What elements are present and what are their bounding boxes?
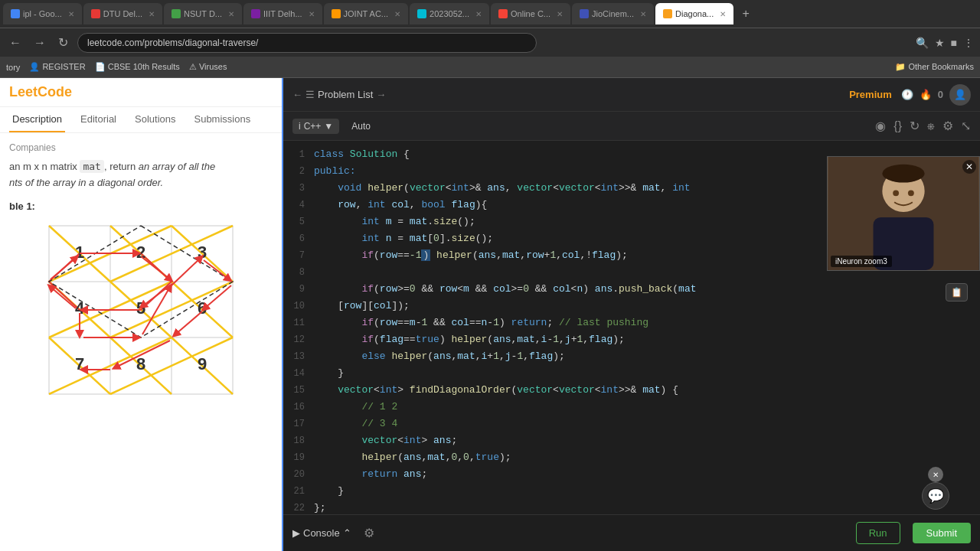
code-line-18: 18 vector<int> ans; — [283, 433, 980, 450]
forward-button[interactable]: → — [31, 34, 49, 51]
back-button[interactable]: ← — [6, 34, 24, 51]
bookmark-other[interactable]: 📁 Other Bookmarks — [895, 62, 974, 72]
svg-point-46 — [882, 165, 924, 183]
browser-toolbar-icons: 🔍 ★ ■ ⋮ — [916, 37, 974, 49]
console-label: Console — [303, 527, 340, 539]
webcam-video — [828, 157, 979, 270]
svg-text:1: 1 — [75, 243, 84, 262]
tab-close-ipl[interactable]: ✕ — [68, 10, 74, 18]
chat-close-button[interactable]: ✕ — [928, 467, 943, 482]
svg-text:9: 9 — [198, 354, 207, 373]
bookmark-tory[interactable]: tory — [6, 63, 20, 72]
chevron-down-icon: ▼ — [324, 121, 333, 132]
address-bar: ← → ↻ leetcode.com/problems/diagonal-tra… — [0, 28, 980, 57]
bottom-bar: ▶ Console ⌃ ⚙ Run Submit — [283, 514, 980, 551]
code-line-21: 21 } — [283, 484, 980, 500]
bookmark-cbse[interactable]: 📄 CBSE 10th Results — [95, 62, 180, 72]
console-chevron: ⌃ — [343, 527, 351, 539]
tab-close-dtu[interactable]: ✕ — [149, 10, 155, 18]
tab-editorial[interactable]: Editorial — [77, 107, 119, 132]
grid-diagram: 1 2 3 4 5 6 7 8 9 — [41, 218, 240, 402]
editor-toolbar: i C++ ▼ Auto ◉ {} ↻ ⎈ ⚙ ⤡ — [283, 112, 980, 141]
tab-ipl[interactable]: ipl - Goo... ✕ — [3, 3, 82, 24]
browser-chrome: ipl - Goo... ✕ DTU Del... ✕ NSUT D... ✕ … — [0, 0, 980, 78]
nav-tabs: Description Editorial Solutions Submissi… — [0, 107, 282, 133]
person-silhouette — [828, 157, 979, 270]
refresh-code-icon[interactable]: ↻ — [910, 119, 920, 133]
code-line-12: 12 if(flag==true) helper(ans,mat,i-1,j+1… — [283, 332, 980, 349]
bookmark-icon[interactable]: ◉ — [875, 119, 886, 133]
console-icon: ▶ — [292, 527, 300, 539]
tab-nsut[interactable]: NSUT D... ✕ — [164, 3, 242, 24]
bottom-settings-icon[interactable]: ⚙ — [364, 526, 374, 540]
coins-display: 0 — [938, 89, 943, 100]
console-button[interactable]: ▶ Console ⌃ — [292, 527, 351, 539]
tab-submissions[interactable]: Submissions — [191, 107, 253, 132]
problem-description: an m x n matrix mat, return an array of … — [9, 159, 273, 191]
premium-button[interactable]: Premium — [849, 89, 892, 100]
url-input[interactable]: leetcode.com/problems/diagonal-traverse/ — [77, 33, 537, 53]
tab-close-joint[interactable]: ✕ — [394, 10, 400, 18]
avatar-icon[interactable]: 👤 — [949, 84, 971, 106]
tab-2023[interactable]: 2023052... ✕ — [410, 3, 489, 24]
braces-icon[interactable]: {} — [893, 119, 902, 133]
tab-diagonal[interactable]: Diagona... ✕ — [655, 3, 733, 24]
problem-desc-text: an m x n matrix mat, return an array of … — [9, 160, 215, 188]
new-tab-button[interactable]: + — [735, 3, 756, 24]
settings-icon[interactable]: ⚙ — [942, 119, 953, 133]
expand-icon[interactable]: ⤡ — [961, 119, 971, 133]
tab-close-diagonal[interactable]: ✕ — [720, 10, 726, 18]
code-line-11: 11 if(row==m-1 && col==n-1) return; // l… — [283, 315, 980, 332]
problem-list-link[interactable]: Problem List — [318, 89, 373, 100]
code-line-17: 17 // 3 4 — [283, 416, 980, 433]
webcam-close-button[interactable]: ✕ — [962, 160, 976, 174]
example-label: ble 1: — [9, 201, 273, 212]
code-line-13: 13 else helper(ans,mat,i+1,j-1,flag); — [283, 349, 980, 366]
main-layout: LeetCode Description Editorial Solutions… — [0, 78, 980, 551]
problem-navigation: ← ☰ Problem List → — [292, 89, 386, 100]
bookmark-register[interactable]: 👤 REGISTER — [29, 62, 85, 72]
tab-close-nsut[interactable]: ✕ — [228, 10, 234, 18]
tab-close-2023[interactable]: ✕ — [475, 10, 482, 18]
extensions-icon[interactable]: ■ — [951, 37, 957, 49]
fire-icon[interactable]: 🔥 — [920, 89, 932, 100]
copy-code-button[interactable]: 📋 — [946, 283, 968, 302]
next-problem-button[interactable]: → — [376, 89, 386, 100]
tab-close-online[interactable]: ✕ — [557, 10, 563, 18]
editor-tools: 🕐 🔥 0 👤 — [901, 84, 971, 106]
editor-header: ← ☰ Problem List → Premium 🕐 🔥 0 👤 — [283, 78, 980, 112]
run-button[interactable]: Run — [856, 522, 900, 544]
hamburger-icon[interactable]: ☰ — [305, 89, 315, 100]
lc-header: LeetCode — [0, 78, 282, 107]
bookmarks-bar: tory 👤 REGISTER 📄 CBSE 10th Results ⚠ Vi… — [0, 57, 980, 78]
tab-dtu[interactable]: DTU Del... ✕ — [83, 3, 162, 24]
keyboard-icon[interactable]: ⎈ — [927, 119, 935, 133]
bookmark-viruses[interactable]: ⚠ Viruses — [189, 62, 227, 72]
tab-close-jio[interactable]: ✕ — [640, 10, 646, 18]
tab-joint[interactable]: JOINT AC... ✕ — [324, 3, 408, 24]
svg-point-49 — [908, 190, 914, 196]
code-line-16: 16 // 1 2 — [283, 399, 980, 416]
leetcode-logo: LeetCode — [9, 84, 72, 100]
tab-iiit[interactable]: IIIT Delh... ✕ — [243, 3, 322, 24]
tab-jio[interactable]: JioCinem... ✕ — [572, 3, 654, 24]
tab-close-iiit[interactable]: ✕ — [309, 10, 315, 18]
menu-icon[interactable]: ⋮ — [963, 37, 974, 49]
tab-description[interactable]: Description — [9, 107, 65, 132]
search-icon[interactable]: 🔍 — [916, 37, 929, 49]
tab-online[interactable]: Online C... ✕ — [491, 3, 570, 24]
timer-icon[interactable]: 🕐 — [901, 89, 913, 100]
star-icon[interactable]: ★ — [935, 37, 945, 49]
code-line-19: 19 helper(ans,mat,0,0,true); — [283, 450, 980, 467]
auto-button[interactable]: Auto — [345, 119, 377, 134]
language-selector[interactable]: i C++ ▼ — [292, 119, 339, 134]
chat-bubble-button[interactable]: 💬 — [922, 482, 949, 510]
problem-content: Companies an m x n matrix mat, return an… — [0, 133, 282, 551]
tab-bar: ipl - Goo... ✕ DTU Del... ✕ NSUT D... ✕ … — [0, 0, 980, 28]
refresh-button[interactable]: ↻ — [55, 34, 71, 51]
webcam-label: iNeuron zoom3 — [831, 256, 892, 267]
svg-text:7: 7 — [75, 354, 84, 373]
tab-solutions[interactable]: Solutions — [132, 107, 178, 132]
prev-problem-button[interactable]: ← — [292, 89, 302, 100]
submit-button[interactable]: Submit — [913, 523, 971, 543]
